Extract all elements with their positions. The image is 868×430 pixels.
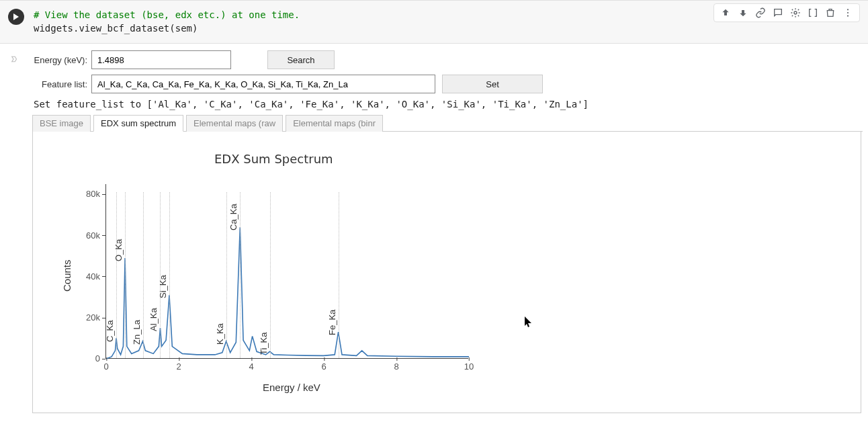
tab-panel: EDX Sum Spectrum Counts Energy / keV 020… [32, 132, 861, 413]
energy-input[interactable] [91, 50, 231, 69]
feature-vline [169, 192, 170, 358]
peak-label: Ti_Ka [259, 333, 269, 355]
feature-vline [116, 192, 117, 358]
x-tick: 10 [464, 361, 474, 372]
comment-icon[interactable] [772, 7, 784, 19]
move-up-icon[interactable] [720, 7, 732, 19]
svg-point-2 [847, 12, 849, 13]
set-button[interactable]: Set [442, 75, 543, 93]
x-tick: 4 [249, 361, 253, 372]
y-tick: 80k [73, 189, 100, 199]
status-message: Set feature_list to ['Al_Ka', 'C_Ka', 'C… [34, 99, 861, 110]
tab-strip: BSE image EDX sum spectrum Elemental map… [32, 115, 863, 132]
gear-icon[interactable] [789, 7, 801, 19]
mirror-icon[interactable] [807, 7, 819, 19]
x-tick: 6 [321, 361, 326, 372]
peak-label: Ca_Ka [228, 204, 238, 231]
peak-label: Si_Ka [158, 275, 168, 299]
peak-label: O_Ka [114, 239, 124, 261]
peak-label: K_Ka [215, 323, 225, 345]
y-axis-label: Counts [61, 260, 73, 292]
move-down-icon[interactable] [737, 7, 749, 19]
more-icon[interactable] [842, 7, 854, 19]
run-button[interactable] [8, 9, 24, 25]
tab-bse-image[interactable]: BSE image [32, 115, 91, 132]
edx-spectrum-chart: EDX Sum Spectrum Counts Energy / keV 020… [41, 144, 471, 399]
plot-area: 020k40k60k80k0246810C_KaO_KaZn_LaAl_KaSi… [105, 184, 468, 359]
feature-label: Feature list: [32, 79, 91, 89]
feature-input[interactable] [91, 75, 435, 93]
feature-vline [143, 192, 144, 358]
peak-label: Zn_La [132, 320, 142, 345]
chart-title: EDX Sum Spectrum [214, 152, 333, 166]
svg-point-3 [847, 15, 849, 17]
link-icon[interactable] [754, 7, 767, 19]
cell-toolbar [713, 3, 860, 22]
code-editor[interactable]: # View the dataset (bse, edx etc.) at on… [31, 5, 302, 39]
y-tick: 40k [73, 271, 100, 282]
x-tick: 8 [394, 361, 398, 372]
code-line: widgets.view_bcf_dataset(sem) [34, 23, 198, 34]
feature-vline [339, 192, 339, 358]
peak-label: Fe_Ka [327, 310, 337, 335]
search-button[interactable]: Search [267, 50, 335, 69]
energy-label: Energy (keV): [32, 55, 91, 65]
peak-label: C_Ka [105, 320, 115, 342]
x-tick: 2 [176, 361, 181, 372]
x-axis-label: Energy / keV [263, 382, 320, 393]
svg-point-0 [794, 11, 797, 14]
tab-elemental-maps-raw[interactable]: Elemental maps (raw [186, 115, 283, 132]
feature-vline [270, 192, 271, 358]
trash-icon[interactable] [824, 7, 836, 19]
tab-elemental-maps-bin[interactable]: Elemental maps (binr [286, 115, 383, 132]
x-tick: 0 [103, 361, 108, 372]
svg-point-1 [847, 9, 849, 10]
feature-vline [240, 192, 241, 358]
code-comment: # View the dataset (bse, edx etc.) at on… [34, 9, 300, 20]
y-tick: 20k [73, 312, 100, 322]
tab-edx-sum-spectrum[interactable]: EDX sum spectrum [93, 115, 183, 132]
output-gutter-icon[interactable] [9, 53, 26, 67]
feature-vline [226, 192, 227, 358]
y-tick: 60k [73, 230, 100, 241]
y-tick: 0 [73, 353, 100, 363]
cell-output: Energy (keV): Search Feature list: Set S… [0, 44, 868, 420]
code-cell: # View the dataset (bse, edx etc.) at on… [0, 0, 868, 44]
peak-label: Al_Ka [148, 308, 159, 332]
feature-vline [125, 192, 126, 358]
